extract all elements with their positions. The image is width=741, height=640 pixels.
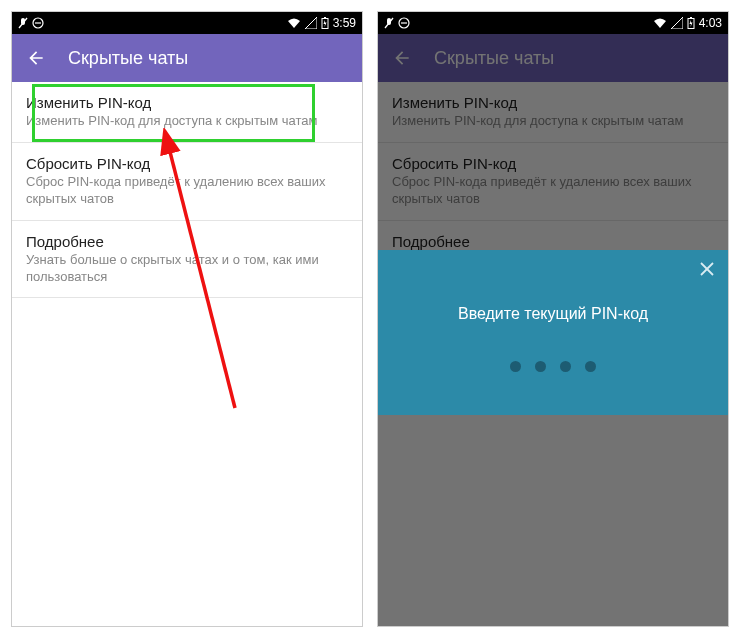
pin-dots <box>510 361 596 372</box>
battery-icon <box>321 17 329 29</box>
pin-entry-panel: Введите текущий PIN-код <box>378 250 728 415</box>
settings-list: Изменить PIN-код Изменить PIN-код для до… <box>12 82 362 298</box>
pin-prompt: Введите текущий PIN-код <box>458 305 648 323</box>
pin-dot <box>510 361 521 372</box>
svg-rect-4 <box>324 17 326 19</box>
do-not-disturb-icon <box>32 17 44 29</box>
status-time: 3:59 <box>333 16 356 30</box>
item-subtitle: Изменить PIN-код для доступа к скрытым ч… <box>392 113 714 130</box>
mic-off-icon <box>18 17 28 29</box>
svg-rect-10 <box>690 17 692 19</box>
wifi-icon <box>653 17 667 29</box>
item-subtitle: Сброс PIN-кода приведёт к удалению всех … <box>392 174 714 208</box>
item-title: Изменить PIN-код <box>392 94 714 111</box>
item-subtitle: Сброс PIN-кода приведёт к удалению всех … <box>26 174 348 208</box>
item-subtitle: Узнать больше о скрытых чатах и о том, к… <box>26 252 348 286</box>
dim-overlay <box>378 415 728 626</box>
close-icon[interactable] <box>698 260 716 282</box>
item-change-pin[interactable]: Изменить PIN-код Изменить PIN-код для до… <box>12 82 362 143</box>
item-learn-more[interactable]: Подробнее Узнать больше о скрытых чатах … <box>12 221 362 299</box>
phone-right: 4:03 Скрытые чаты Изменить PIN-код Измен… <box>377 11 729 627</box>
item-change-pin[interactable]: Изменить PIN-код Изменить PIN-код для до… <box>378 82 728 143</box>
item-reset-pin[interactable]: Сбросить PIN-код Сброс PIN-кода приведёт… <box>12 143 362 221</box>
item-title: Изменить PIN-код <box>26 94 348 111</box>
signal-icon <box>671 17 683 29</box>
app-bar: Скрытые чаты <box>12 34 362 82</box>
page-title: Скрытые чаты <box>68 48 188 69</box>
item-subtitle: Изменить PIN-код для доступа к скрытым ч… <box>26 113 348 130</box>
mic-off-icon <box>384 17 394 29</box>
signal-icon <box>305 17 317 29</box>
phone-left: 3:59 Скрытые чаты Изменить PIN-код Измен… <box>11 11 363 627</box>
pin-dot <box>535 361 546 372</box>
do-not-disturb-icon <box>398 17 410 29</box>
item-title: Сбросить PIN-код <box>26 155 348 172</box>
status-time: 4:03 <box>699 16 722 30</box>
app-bar: Скрытые чаты <box>378 34 728 82</box>
wifi-icon <box>287 17 301 29</box>
status-bar: 3:59 <box>12 12 362 34</box>
item-title: Подробнее <box>392 233 714 250</box>
item-title: Сбросить PIN-код <box>392 155 714 172</box>
back-icon[interactable] <box>26 48 46 68</box>
battery-icon <box>687 17 695 29</box>
item-reset-pin[interactable]: Сбросить PIN-код Сброс PIN-кода приведёт… <box>378 143 728 221</box>
pin-dot <box>560 361 571 372</box>
pin-dot <box>585 361 596 372</box>
back-icon[interactable] <box>392 48 412 68</box>
status-bar: 4:03 <box>378 12 728 34</box>
page-title: Скрытые чаты <box>434 48 554 69</box>
item-title: Подробнее <box>26 233 348 250</box>
